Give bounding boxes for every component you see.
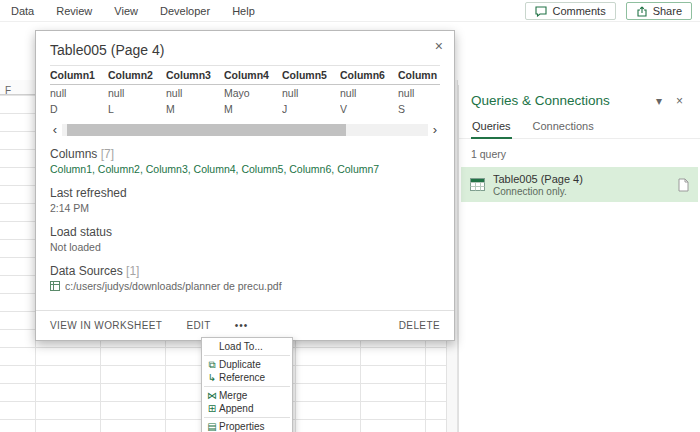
tab-connections[interactable]: Connections — [532, 114, 595, 138]
last-refreshed-value: 2:14 PM — [50, 202, 440, 214]
scroll-left-icon[interactable]: ‹ — [50, 124, 60, 136]
menu-item-label: Merge — [219, 390, 247, 401]
query-name: Table005 (Page 4) — [493, 172, 678, 186]
preview-col-header: Column1 — [50, 66, 108, 85]
ribbon-tab-help[interactable]: Help — [221, 0, 266, 22]
scroll-right-icon[interactable]: › — [430, 124, 440, 136]
more-options-button[interactable]: ••• — [235, 320, 249, 331]
append-icon: ⊞ — [205, 403, 219, 414]
query-list-item[interactable]: Table005 (Page 4) Connection only. — [461, 167, 698, 202]
query-status: Connection only. — [493, 186, 678, 198]
preview-col-header: Column3 — [166, 66, 224, 85]
menu-item-label: Reference — [219, 372, 265, 383]
hscrollbar-track[interactable] — [62, 124, 428, 136]
query-count: 1 query — [459, 139, 700, 167]
menu-item-duplicate[interactable]: ⧉ Duplicate — [202, 358, 292, 371]
data-source-row: c:/users/judys/downloads/planner de prec… — [50, 280, 440, 292]
menu-item-label: Append — [219, 403, 253, 414]
preview-table-clip: Column1 Column2 Column3 Column4 Column5 … — [50, 65, 440, 117]
ribbon-tab-view[interactable]: View — [103, 0, 149, 22]
preview-col-header: Column4 — [224, 66, 282, 85]
peek-close-icon[interactable]: × — [435, 39, 443, 53]
preview-row: D L M M J V S — [50, 101, 440, 117]
menu-separator — [204, 417, 290, 418]
preview-row: null null null Mayo null null null — [50, 85, 440, 102]
chevron-down-icon[interactable]: ▾ — [649, 94, 669, 108]
menu-item-merge[interactable]: ⋈ Merge — [202, 389, 292, 402]
preview-cell: null — [166, 85, 224, 102]
ribbon-tab-bar: Data Review View Developer Help Comments… — [0, 0, 700, 22]
menu-item-load-to[interactable]: Load To... — [202, 340, 292, 353]
reference-icon: ↳ — [205, 372, 219, 383]
preview-cell: S — [398, 101, 440, 117]
pane-title: Queries & Connections — [471, 93, 649, 108]
menu-separator — [204, 386, 290, 387]
query-peek-popup: Table005 (Page 4) × Column1 Column2 Colu… — [35, 30, 455, 341]
preview-hscrollbar: ‹ › — [50, 123, 440, 136]
query-item-text: Table005 (Page 4) Connection only. — [493, 172, 678, 198]
hscrollbar-thumb[interactable] — [67, 124, 345, 136]
preview-cell: null — [282, 85, 340, 102]
load-status-value: Not loaded — [50, 241, 440, 253]
comments-button[interactable]: Comments — [525, 2, 615, 20]
ribbon-tab-developer[interactable]: Developer — [149, 0, 221, 22]
query-table-icon — [470, 178, 485, 191]
delete-button[interactable]: DELETE — [399, 320, 440, 331]
query-context-menu: Load To... ⧉ Duplicate ↳ Reference ⋈ Mer… — [201, 337, 293, 432]
preview-cell: null — [340, 85, 398, 102]
data-source-table-icon — [50, 281, 60, 291]
preview-cell: null — [398, 85, 440, 102]
menu-item-properties[interactable]: ▤ Properties — [202, 420, 292, 432]
view-in-worksheet-button[interactable]: VIEW IN WORKSHEET — [50, 320, 162, 331]
pane-header: Queries & Connections ▾ × — [459, 85, 700, 114]
preview-col-header: Column5 — [282, 66, 340, 85]
columns-count: [7] — [101, 147, 114, 161]
preview-cell: M — [224, 101, 282, 117]
menu-item-reference[interactable]: ↳ Reference — [202, 371, 292, 384]
ribbon-tab-review[interactable]: Review — [45, 0, 103, 22]
ribbon-tab-data[interactable]: Data — [0, 0, 45, 22]
preview-cell: L — [108, 101, 166, 117]
merge-icon: ⋈ — [205, 390, 219, 401]
preview-cell: null — [108, 85, 166, 102]
preview-cell: J — [282, 101, 340, 117]
last-refreshed-label: Last refreshed — [50, 186, 440, 200]
data-source-path: c:/users/judys/downloads/planner de prec… — [65, 280, 282, 292]
preview-cell: V — [340, 101, 398, 117]
tab-queries[interactable]: Queries — [471, 114, 512, 139]
pane-tabs: Queries Connections — [459, 114, 700, 139]
pane-close-icon[interactable]: × — [669, 94, 690, 108]
menu-item-label: Duplicate — [219, 359, 261, 370]
load-status-label: Load status — [50, 225, 440, 239]
preview-cell: M — [166, 101, 224, 117]
share-label: Share — [653, 5, 682, 17]
data-sources-label: Data Sources [1] — [50, 264, 440, 278]
properties-icon: ▤ — [205, 421, 219, 432]
data-sources-count: [1] — [126, 264, 139, 278]
menu-separator — [204, 355, 290, 356]
preview-col-header: Column2 — [108, 66, 166, 85]
columns-label-text: Columns — [50, 147, 97, 161]
peek-title: Table005 (Page 4) — [36, 31, 454, 65]
data-sources-label-text: Data Sources — [50, 264, 123, 278]
preview-col-header: Column6 — [340, 66, 398, 85]
menu-item-label: Properties — [219, 421, 265, 432]
query-page-icon — [678, 178, 689, 192]
preview-col-header: Column — [398, 66, 440, 85]
preview-cell: null — [50, 85, 108, 102]
menu-item-append[interactable]: ⊞ Append — [202, 402, 292, 415]
comments-label: Comments — [552, 5, 605, 17]
topbar-actions: Comments Share — [525, 2, 692, 20]
peek-action-bar: VIEW IN WORKSHEET EDIT ••• DELETE — [36, 310, 454, 340]
edit-button[interactable]: EDIT — [186, 320, 210, 331]
share-icon — [636, 6, 648, 17]
share-button[interactable]: Share — [626, 2, 692, 20]
comments-icon — [535, 6, 547, 17]
queries-connections-pane: Queries & Connections ▾ × Queries Connec… — [458, 85, 700, 432]
duplicate-icon: ⧉ — [205, 359, 219, 371]
preview-cell: D — [50, 101, 108, 117]
preview-table: Column1 Column2 Column3 Column4 Column5 … — [50, 65, 440, 117]
menu-item-label: Load To... — [219, 341, 263, 352]
columns-section-label: Columns [7] — [50, 147, 440, 161]
columns-links[interactable]: Column1, Column2, Column3, Column4, Colu… — [50, 163, 440, 175]
